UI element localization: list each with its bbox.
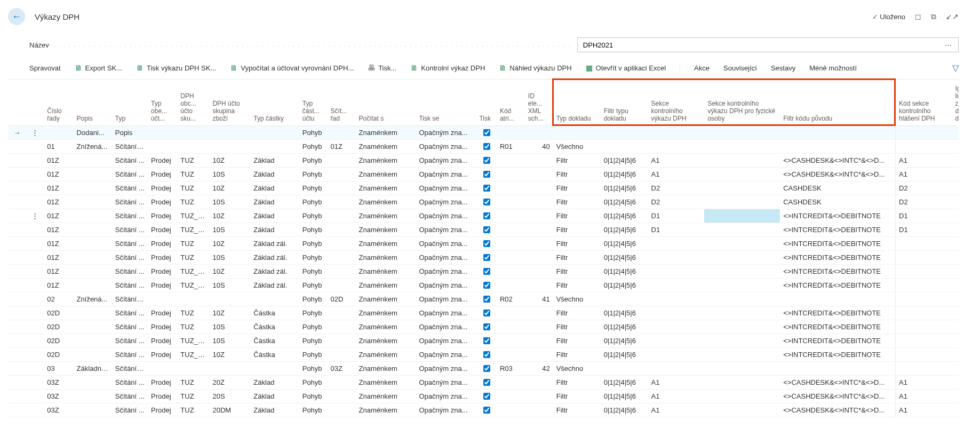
tisk-checkbox[interactable]	[483, 268, 490, 275]
col-kod-atri[interactable]: Kód atri...	[497, 80, 525, 126]
cell-sekce-kv[interactable]: D1	[648, 209, 705, 223]
cell-typ-obe[interactable]: Prodej	[148, 348, 177, 362]
tisk-checkbox[interactable]	[483, 393, 490, 400]
col-dph-ucto[interactable]: DPH účto skupina zboží	[209, 80, 250, 126]
tisk-checkbox[interactable]	[483, 157, 490, 164]
cell-typ-dokladu[interactable]: Filtr	[553, 265, 601, 279]
cell-typ[interactable]: Sčítání ...	[112, 279, 148, 292]
cell-typ-obe[interactable]: Prodej	[148, 181, 177, 195]
cell-sekce-kv[interactable]: A1	[648, 403, 705, 417]
cell-typ-cast-uctu[interactable]: Pohyb	[299, 126, 328, 140]
cell-popis[interactable]	[74, 209, 112, 223]
cell-typ-cast-uctu[interactable]: Pohyb	[299, 223, 328, 237]
cell-kod-sekce[interactable]: A1	[896, 403, 952, 417]
cell-dph-obc[interactable]: TUZ_RP	[177, 265, 209, 279]
cell-typ-cast-uctu[interactable]: Pohyb	[299, 279, 328, 292]
cell-sekce-kv[interactable]: A1	[648, 154, 705, 168]
cell-tisk-se[interactable]: Opačným zna...	[416, 237, 476, 251]
col-typ-cast-uctu[interactable]: Typ část... účtu	[299, 80, 328, 126]
cell-row-no[interactable]: 01Z	[44, 168, 73, 181]
cell-kod-atri[interactable]	[497, 306, 525, 320]
related-menu[interactable]: Související	[723, 64, 757, 72]
col-tisk[interactable]: Tisk	[476, 80, 496, 126]
cell-sekce-kv[interactable]	[648, 320, 705, 334]
cell-tisk-se[interactable]: Opačným zna...	[416, 362, 476, 376]
cell-pocitat-s[interactable]: Znaménkem	[356, 251, 416, 265]
tisk-checkbox[interactable]	[483, 185, 490, 192]
cell-tisk[interactable]	[476, 320, 496, 334]
cell-typ-castky[interactable]: Částka	[250, 320, 299, 334]
cell-dph-ucto[interactable]: 10S	[209, 168, 250, 181]
cell-sekce-kv[interactable]	[648, 306, 705, 320]
table-row[interactable]: 02Znížená...Sčítání ř...Pohyb02DZnaménke…	[8, 292, 959, 306]
cell-pocitat-s[interactable]: Znaménkem	[356, 168, 416, 181]
cell-tisk-se[interactable]: Opačným zna...	[416, 140, 476, 154]
cell-dph-ucto[interactable]: 10S	[209, 334, 250, 348]
cell-filtr-typu[interactable]: 0|1|2|4|5|6	[601, 251, 648, 265]
cell-tisk[interactable]	[476, 279, 496, 292]
cell-tisk-se[interactable]: Opačným zna...	[416, 265, 476, 279]
cell-kod-atri[interactable]	[497, 168, 525, 181]
cell-sekce-kv-fo[interactable]	[704, 126, 780, 140]
cell-kod-sekce[interactable]: D2	[896, 195, 952, 209]
cell-sekce-kv-fo[interactable]	[704, 403, 780, 417]
table-row[interactable]: 01ZSčítání ...ProdejTUZ10SZáklad zál.Poh…	[8, 251, 959, 265]
cell-sekce-kv[interactable]	[648, 334, 705, 348]
cell-typ[interactable]: Sčítání ...	[112, 403, 148, 417]
table-row[interactable]: 02DSčítání ...ProdejTUZ_RP10SČástkaPohyb…	[8, 334, 959, 348]
cell-id-ele[interactable]	[525, 154, 553, 168]
cell-scit-rad[interactable]	[328, 376, 356, 390]
cell-id-ele[interactable]	[525, 403, 553, 417]
tisk-checkbox[interactable]	[483, 337, 490, 344]
cell-pocitat-s[interactable]: Znaménkem	[356, 237, 416, 251]
cell-typ-cast-uctu[interactable]: Pohyb	[299, 306, 328, 320]
cell-tisk[interactable]	[476, 376, 496, 390]
table-row[interactable]: 01Znížená...Sčítání ř...Pohyb01ZZnaménke…	[8, 140, 959, 154]
cell-ign[interactable]	[952, 209, 959, 223]
cell-ign[interactable]	[952, 320, 959, 334]
cell-dph-ucto[interactable]: 10Z	[209, 348, 250, 362]
table-row[interactable]: 02DSčítání ...ProdejTUZ10SČástkaPohybZna…	[8, 320, 959, 334]
bookmark-icon[interactable]: ◻	[915, 12, 921, 21]
cell-typ-dokladu[interactable]: Všechno	[553, 292, 601, 306]
cell-pocitat-s[interactable]: Znaménkem	[356, 209, 416, 223]
cell-pocitat-s[interactable]: Znaménkem	[356, 348, 416, 362]
cell-filtr-typu[interactable]: 0|1|2|4|5|6	[601, 334, 648, 348]
table-row[interactable]: 01ZSčítání ...ProdejTUZ10ZZáklad zál.Poh…	[8, 237, 959, 251]
cell-sekce-kv-fo[interactable]	[704, 334, 780, 348]
cell-tisk-se[interactable]: Opačným zna...	[416, 320, 476, 334]
cell-scit-rad[interactable]	[328, 334, 356, 348]
cell-tisk[interactable]	[476, 209, 496, 223]
actions-menu[interactable]: Akce	[694, 64, 710, 72]
cell-typ-cast-uctu[interactable]: Pohyb	[299, 292, 328, 306]
cell-row-no[interactable]: 02D	[44, 320, 73, 334]
cell-filtr-kodu[interactable]	[780, 292, 895, 306]
cell-scit-rad[interactable]	[328, 251, 356, 265]
cell-popis[interactable]	[74, 403, 112, 417]
cell-dph-obc[interactable]	[177, 140, 209, 154]
cell-kod-sekce[interactable]	[896, 320, 952, 334]
cell-pocitat-s[interactable]: Znaménkem	[356, 223, 416, 237]
cell-typ-cast-uctu[interactable]: Pohyb	[299, 265, 328, 279]
cell-sekce-kv-fo[interactable]	[704, 292, 780, 306]
cell-filtr-typu[interactable]	[601, 362, 648, 376]
cell-filtr-kodu[interactable]	[780, 140, 895, 154]
cell-scit-rad[interactable]	[328, 237, 356, 251]
cell-id-ele[interactable]	[525, 348, 553, 362]
manage-menu[interactable]: Spravovat	[29, 64, 61, 72]
export-sk-button[interactable]: 🗎Export SK...	[75, 64, 122, 72]
cell-dph-ucto[interactable]	[209, 126, 250, 140]
cell-popis[interactable]	[74, 279, 112, 292]
cell-typ-obe[interactable]: Prodej	[148, 223, 177, 237]
cell-typ-dokladu[interactable]: Filtr	[553, 237, 601, 251]
cell-filtr-kodu[interactable]: CASHDESK	[780, 181, 895, 195]
cell-sekce-kv-fo[interactable]	[704, 265, 780, 279]
cell-typ[interactable]: Sčítání ...	[112, 390, 148, 403]
cell-kod-atri[interactable]	[497, 195, 525, 209]
cell-typ[interactable]: Sčítání ...	[112, 348, 148, 362]
cell-typ-castky[interactable]	[250, 362, 299, 376]
cell-typ-obe[interactable]: Prodej	[148, 154, 177, 168]
col-scit-rad[interactable]: Sčít... řad	[328, 80, 356, 126]
cell-tisk[interactable]	[476, 237, 496, 251]
cell-dph-ucto[interactable]: 10S	[209, 195, 250, 209]
